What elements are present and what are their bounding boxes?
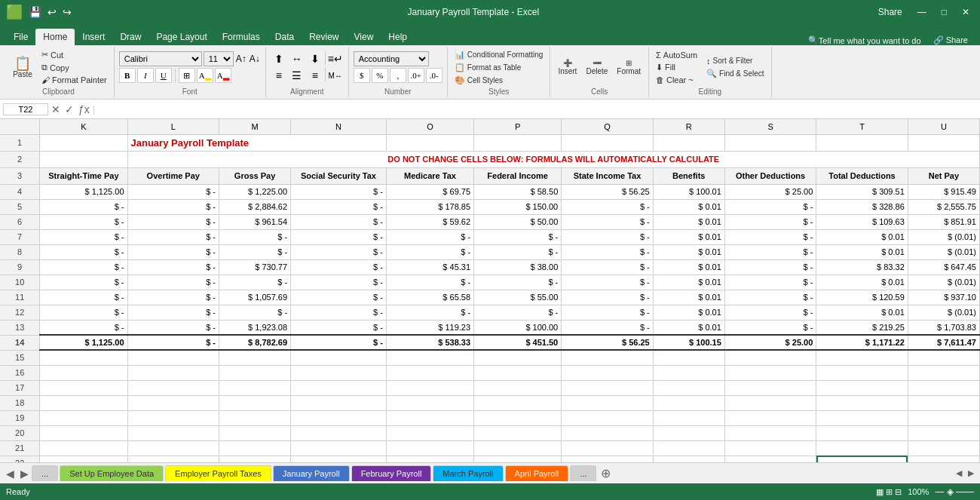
cell-P12[interactable]: $ - bbox=[474, 305, 562, 320]
row-number-8[interactable]: 8 bbox=[0, 244, 40, 259]
cell-O4[interactable]: $ 69.75 bbox=[386, 184, 473, 199]
cell-U7[interactable]: $ (0.01) bbox=[908, 229, 979, 244]
cell-U9[interactable]: $ 647.45 bbox=[908, 259, 979, 275]
header-U[interactable]: Net Pay bbox=[908, 167, 979, 184]
copy-button[interactable]: ⧉ Copy bbox=[39, 62, 109, 73]
col-header-P[interactable]: P bbox=[474, 119, 562, 134]
close-button[interactable]: ✕ bbox=[957, 5, 974, 19]
normal-view-icon[interactable]: ▦ bbox=[876, 487, 884, 496]
cell-T13[interactable]: $ 219.25 bbox=[816, 320, 908, 335]
page-layout-icon[interactable]: ⊞ bbox=[886, 487, 893, 496]
cell-N11[interactable]: $ - bbox=[291, 290, 387, 305]
cell-T1[interactable] bbox=[816, 134, 908, 151]
cell-K10[interactable]: $ - bbox=[40, 275, 127, 290]
col-header-L[interactable]: L bbox=[127, 119, 219, 134]
row-number-17[interactable]: 17 bbox=[0, 380, 40, 395]
cell-N9[interactable]: $ - bbox=[291, 259, 387, 275]
align-top-button[interactable]: ⬆ bbox=[271, 51, 287, 66]
row-number-6[interactable]: 6 bbox=[0, 214, 40, 229]
header-Q[interactable]: State Income Tax bbox=[562, 167, 653, 184]
number-format-select[interactable]: Accounting General Number Currency Perce… bbox=[354, 51, 429, 66]
sheet-tab-january-payroll[interactable]: January Payroll bbox=[273, 465, 350, 481]
cell-N13[interactable]: $ - bbox=[291, 320, 387, 335]
font-name-select[interactable]: Calibri bbox=[119, 51, 202, 66]
cell-K4[interactable]: $ 1,125.00 bbox=[40, 184, 127, 199]
minimize-button[interactable]: — bbox=[913, 5, 931, 19]
align-bottom-button[interactable]: ⬇ bbox=[307, 51, 323, 66]
row-number-3[interactable]: 3 bbox=[0, 167, 40, 184]
undo-icon[interactable]: ↩ bbox=[46, 5, 58, 20]
cell-P11[interactable]: $ 55.00 bbox=[474, 290, 562, 305]
cell-M11[interactable]: $ 1,057.69 bbox=[219, 290, 291, 305]
cell-R5[interactable]: $ 0.01 bbox=[653, 199, 724, 214]
cell-R4[interactable]: $ 100.01 bbox=[653, 184, 724, 199]
cell-L8[interactable]: $ - bbox=[127, 244, 219, 259]
cell-K13[interactable]: $ - bbox=[40, 320, 127, 335]
sheet-tab-employer-payroll-taxes[interactable]: Employer Payroll Taxes bbox=[165, 465, 271, 481]
row-number-21[interactable]: 21 bbox=[0, 440, 40, 456]
cell-P6[interactable]: $ 50.00 bbox=[474, 214, 562, 229]
increase-decimal-button[interactable]: .0+ bbox=[408, 68, 424, 83]
cell-R13[interactable]: $ 0.01 bbox=[653, 320, 724, 335]
cell-K5[interactable]: $ - bbox=[40, 199, 127, 214]
cell-K7[interactable]: $ - bbox=[40, 229, 127, 244]
cell-S14[interactable]: $ 25.00 bbox=[724, 335, 816, 350]
col-header-R[interactable]: R bbox=[653, 119, 724, 134]
row-number-9[interactable]: 9 bbox=[0, 259, 40, 275]
row-number-16[interactable]: 16 bbox=[0, 365, 40, 380]
cell-T6[interactable]: $ 109.63 bbox=[816, 214, 908, 229]
row-number-4[interactable]: 4 bbox=[0, 184, 40, 199]
add-sheet-button[interactable]: ⊕ bbox=[598, 466, 614, 480]
cell-O6[interactable]: $ 59.62 bbox=[386, 214, 473, 229]
align-left-button[interactable]: ≡ bbox=[271, 68, 287, 83]
cell-U10[interactable]: $ (0.01) bbox=[908, 275, 979, 290]
cell-L9[interactable]: $ - bbox=[127, 259, 219, 275]
header-O[interactable]: Medicare Tax bbox=[386, 167, 473, 184]
tell-me-search[interactable]: 🔍 Tell me what you want to do bbox=[802, 35, 927, 45]
cell-K15[interactable] bbox=[40, 350, 127, 365]
zoom-slider[interactable]: — ◈ —— bbox=[935, 486, 974, 497]
maximize-button[interactable]: □ bbox=[937, 5, 951, 19]
row-number-15[interactable]: 15 bbox=[0, 350, 40, 365]
cell-R10[interactable]: $ 0.01 bbox=[653, 275, 724, 290]
cell-Q9[interactable]: $ - bbox=[562, 259, 653, 275]
cell-O9[interactable]: $ 45.31 bbox=[386, 259, 473, 275]
insert-cells-button[interactable]: ➕ Insert bbox=[555, 57, 580, 77]
tab-help[interactable]: Help bbox=[381, 29, 415, 45]
cell-T12[interactable]: $ 0.01 bbox=[816, 305, 908, 320]
cell-O13[interactable]: $ 119.23 bbox=[386, 320, 473, 335]
scroll-left-icon[interactable]: ◀ bbox=[953, 468, 965, 478]
cell-reference-box[interactable] bbox=[3, 103, 48, 115]
header-N[interactable]: Social Security Tax bbox=[291, 167, 387, 184]
cancel-formula-icon[interactable]: ✕ bbox=[51, 103, 60, 115]
col-header-Q[interactable]: Q bbox=[562, 119, 653, 134]
cell-styles-button[interactable]: 🎨 Cell Styles bbox=[452, 75, 546, 86]
font-size-select[interactable]: 11 bbox=[204, 51, 234, 66]
cell-R14[interactable]: $ 100.15 bbox=[653, 335, 724, 350]
fill-button[interactable]: ⬇ Fill bbox=[654, 62, 700, 73]
cell-Q7[interactable]: $ - bbox=[562, 229, 653, 244]
cell-K12[interactable]: $ - bbox=[40, 305, 127, 320]
sheet-tab-ellipsis-right[interactable]: ... bbox=[570, 465, 596, 481]
cell-S4[interactable]: $ 25.00 bbox=[724, 184, 816, 199]
cell-N5[interactable]: $ - bbox=[291, 199, 387, 214]
scroll-right-icon[interactable]: ▶ bbox=[965, 468, 977, 478]
sheet-tab-setup-employee-data[interactable]: Set Up Employee Data bbox=[60, 465, 164, 481]
cell-U8[interactable]: $ (0.01) bbox=[908, 244, 979, 259]
cell-N4[interactable]: $ - bbox=[291, 184, 387, 199]
col-header-M[interactable]: M bbox=[219, 119, 291, 134]
align-middle-button[interactable]: ↔ bbox=[289, 51, 305, 66]
col-header-U[interactable]: U bbox=[908, 119, 979, 134]
row-number-11[interactable]: 11 bbox=[0, 290, 40, 305]
align-right-button[interactable]: ≡ bbox=[307, 68, 323, 83]
cell-R11[interactable]: $ 0.01 bbox=[653, 290, 724, 305]
wrap-text-button[interactable]: ≡↵ bbox=[327, 51, 344, 66]
cell-S13[interactable]: $ - bbox=[724, 320, 816, 335]
cell-Q14[interactable]: $ 56.25 bbox=[562, 335, 653, 350]
row-number-14[interactable]: 14 bbox=[0, 335, 40, 350]
cell-L10[interactable]: $ - bbox=[127, 275, 219, 290]
cell-P4[interactable]: $ 58.50 bbox=[474, 184, 562, 199]
cell-U5[interactable]: $ 2,555.75 bbox=[908, 199, 979, 214]
decrease-decimal-button[interactable]: .0- bbox=[426, 68, 443, 83]
percent-button[interactable]: % bbox=[372, 68, 388, 83]
